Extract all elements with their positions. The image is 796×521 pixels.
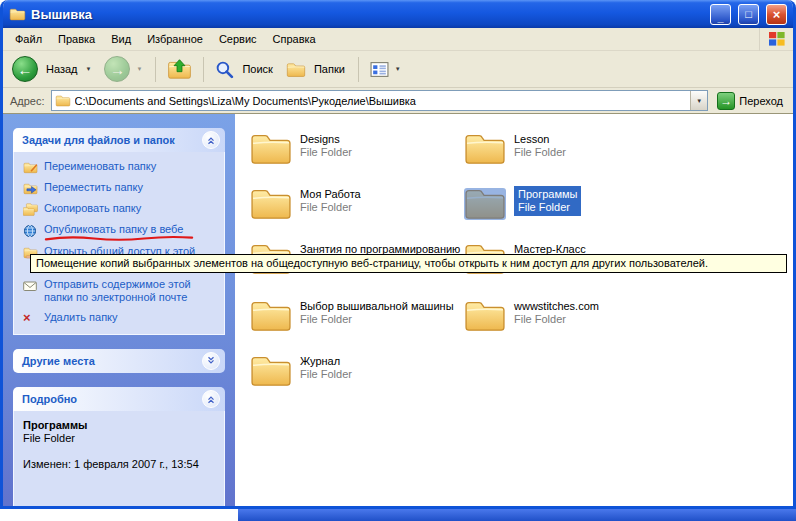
- panel-header-details[interactable]: Подробно: [13, 387, 225, 411]
- task-move-folder[interactable]: Переместить папку: [23, 181, 218, 195]
- task-label: Отправить содержимое этой папки по элект…: [44, 278, 218, 304]
- menu-file[interactable]: Файл: [7, 30, 50, 48]
- chevron-up-icon[interactable]: [202, 131, 220, 149]
- folder-icon: [463, 130, 507, 166]
- back-label: Назад: [46, 63, 78, 75]
- panel-title: Задачи для файлов и папок: [22, 134, 175, 146]
- address-dropdown-button[interactable]: ▼: [690, 91, 707, 110]
- address-label: Адрес:: [10, 95, 45, 107]
- toolbar: ← Назад ▼ → ▼ Поиск: [3, 51, 793, 88]
- folder-icon-selected: [463, 185, 507, 221]
- menu-favorites[interactable]: Избранное: [139, 30, 211, 48]
- folder-up-icon: [167, 59, 192, 80]
- menu-help[interactable]: Справка: [265, 30, 324, 48]
- views-icon: [370, 60, 389, 79]
- panel-header-other-places[interactable]: Другие места: [13, 349, 225, 373]
- forward-button[interactable]: → ▼: [100, 54, 148, 84]
- up-button[interactable]: [163, 57, 196, 82]
- chevron-down-icon: ▼: [696, 98, 702, 104]
- file-name: Программы: [518, 188, 577, 201]
- back-button[interactable]: ← Назад ▼: [8, 54, 97, 84]
- file-tile-designs[interactable]: DesignsFile Folder: [249, 130, 457, 166]
- maximize-icon: □: [745, 9, 752, 20]
- panel-body-file-tasks: Переименовать папку Переместить папку: [13, 152, 225, 335]
- window-folder-icon: [9, 7, 26, 21]
- folder-icon: [249, 297, 293, 333]
- close-icon: ×: [773, 8, 781, 21]
- minimize-button[interactable]: _: [710, 4, 731, 25]
- file-type: File Folder: [300, 368, 352, 381]
- file-tile-moya-rabota[interactable]: Моя РаботаFile Folder: [249, 185, 457, 221]
- folders-label: Папки: [314, 63, 345, 75]
- rename-folder-icon: [23, 160, 38, 174]
- file-type: File Folder: [300, 201, 361, 214]
- task-label: Удалить папку: [44, 311, 118, 324]
- panel-header-file-tasks[interactable]: Задачи для файлов и папок: [13, 128, 225, 152]
- file-name: wwwstitches.com: [514, 300, 599, 313]
- menu-bar: Файл Правка Вид Избранное Сервис Справка: [3, 28, 793, 51]
- go-label: Переход: [739, 95, 783, 107]
- maximize-button[interactable]: □: [738, 4, 759, 25]
- minimize-icon: _: [717, 12, 723, 23]
- search-button[interactable]: Поиск: [211, 58, 278, 81]
- file-type: File Folder: [514, 313, 599, 326]
- views-button[interactable]: ▼: [366, 58, 407, 81]
- tooltip: Помещение копий выбранных элементов на о…: [30, 254, 787, 273]
- search-icon: [215, 60, 234, 79]
- publish-web-globe-icon: [23, 223, 38, 238]
- go-arrow-icon: →: [717, 92, 735, 110]
- file-name: Designs: [300, 133, 352, 146]
- file-type: File Folder: [514, 146, 566, 159]
- file-name: Выбор вышивальной машины: [300, 300, 454, 313]
- explorer-window: Вышивка _ □ × Файл Правка Вид Избранное …: [0, 0, 796, 509]
- details-selected-name: Программы: [23, 419, 218, 431]
- task-publish-folder-to-web[interactable]: Опубликовать папку в вебе: [23, 223, 218, 238]
- task-delete-folder[interactable]: × Удалить папку: [23, 311, 218, 324]
- details-modified-date: Изменен: 1 февраля 2007 г., 13:54: [23, 458, 218, 470]
- search-label: Поиск: [242, 63, 272, 75]
- menu-edit[interactable]: Правка: [50, 30, 103, 48]
- address-combobox[interactable]: ▼: [51, 90, 709, 111]
- file-name: Журнал: [300, 355, 352, 368]
- chevron-down-icon[interactable]: [202, 352, 220, 370]
- close-button[interactable]: ×: [766, 4, 787, 25]
- file-tile-lesson[interactable]: LessonFile Folder: [463, 130, 671, 166]
- folders-button[interactable]: Папки: [282, 59, 351, 80]
- file-tile-wwwstitches[interactable]: wwwstitches.comFile Folder: [463, 297, 671, 333]
- file-tile-vybor-mashiny[interactable]: Выбор вышивальной машиныFile Folder: [249, 297, 457, 333]
- file-name: Lesson: [514, 133, 566, 146]
- delete-x-icon: ×: [23, 311, 38, 324]
- move-folder-icon: [23, 181, 38, 195]
- forward-icon: →: [104, 56, 130, 82]
- file-type: File Folder: [518, 201, 577, 214]
- task-label: Скопировать папку: [44, 202, 141, 216]
- details-selected-type: File Folder: [23, 432, 218, 444]
- panel-other-places: Другие места: [13, 349, 225, 373]
- red-underline-annotation: [44, 235, 194, 242]
- folders-icon: [286, 61, 306, 78]
- taskbar-strip: [238, 509, 796, 521]
- address-bar: Адрес: ▼ → Переход: [3, 88, 793, 114]
- panel-details: Подробно Программы File Folder Изменен: …: [13, 387, 225, 506]
- file-type: File Folder: [300, 313, 454, 326]
- address-input[interactable]: [75, 95, 687, 107]
- file-tile-zhurnal[interactable]: ЖурналFile Folder: [249, 352, 457, 388]
- window-title: Вышивка: [31, 7, 703, 22]
- folder-icon: [249, 185, 293, 221]
- views-dropdown-icon: ▼: [395, 66, 401, 72]
- task-rename-folder[interactable]: Переименовать папку: [23, 160, 218, 174]
- folder-icon: [463, 297, 507, 333]
- file-tile-programmy-selected[interactable]: ПрограммыFile Folder: [463, 185, 671, 221]
- menu-tools[interactable]: Сервис: [211, 30, 265, 48]
- folder-icon: [249, 352, 293, 388]
- go-button[interactable]: → Переход: [714, 91, 786, 111]
- task-pane: Задачи для файлов и папок Переименовать …: [3, 114, 235, 506]
- chevron-up-icon[interactable]: [202, 390, 220, 408]
- menu-view[interactable]: Вид: [103, 30, 139, 48]
- toolbar-separator: [203, 57, 204, 82]
- toolbar-separator: [155, 57, 156, 82]
- panel-file-tasks: Задачи для файлов и папок Переименовать …: [13, 128, 225, 335]
- title-bar[interactable]: Вышивка _ □ ×: [3, 0, 793, 28]
- task-email-folder[interactable]: Отправить содержимое этой папки по элект…: [23, 278, 218, 304]
- task-copy-folder[interactable]: Скопировать папку: [23, 202, 218, 216]
